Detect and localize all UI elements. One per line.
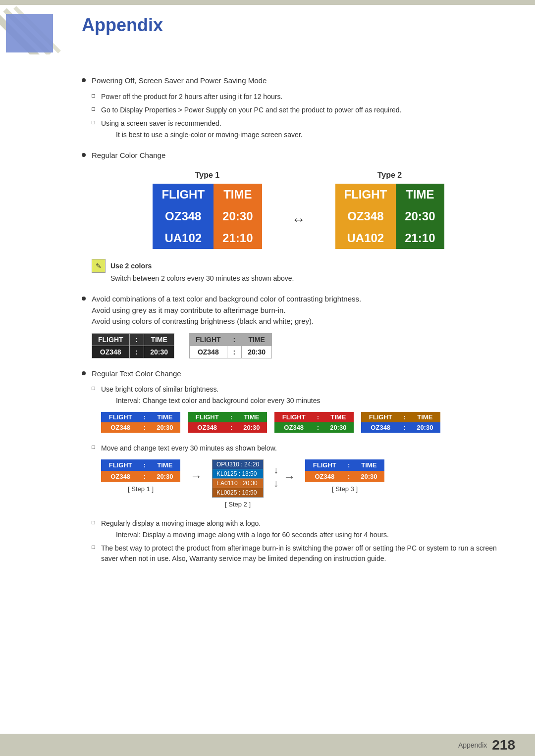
- table-row: FLIGHT : TIME: [188, 412, 267, 422]
- type2-time-header: TIME: [396, 184, 444, 205]
- step1-table: FLIGHT : TIME OZ348 : 20:30: [101, 459, 180, 482]
- footer-page-number: 218: [492, 737, 515, 753]
- bullet-text-3b: Avoid using grey as it may contribute to…: [92, 305, 361, 316]
- sub-square: [92, 546, 95, 549]
- bw-table-1: FLIGHT : TIME OZ348 : 20:30: [92, 333, 174, 358]
- step3-oz: OZ348: [305, 471, 344, 482]
- ct2-time: TIME: [236, 412, 267, 422]
- bw2-time: TIME: [242, 333, 272, 346]
- down-arrow-1-icon: ↓: [273, 464, 278, 476]
- main-content: Powering Off, Screen Saver and Power Sav…: [82, 75, 515, 564]
- step3-colon: :: [344, 459, 354, 471]
- ct2-colon: :: [226, 412, 236, 422]
- ct2-oz: OZ348: [188, 422, 226, 433]
- sub-item-1-3: Using a screen saver is recommended. It …: [92, 118, 515, 140]
- bw1-time: TIME: [144, 333, 174, 346]
- bw1-colon: :: [129, 333, 144, 346]
- step2-row1: OPU310 : 24:20: [213, 460, 264, 469]
- type2-label: Type 2: [377, 171, 402, 180]
- step1-oz-time: 20:30: [150, 471, 180, 482]
- colored-table-2: FLIGHT : TIME OZ348 : 20:30: [188, 412, 267, 433]
- type2-box: Type 2 FLIGHT TIME OZ348 20:30 UA102 21:: [335, 171, 444, 249]
- type1-ua-time: 21:10: [214, 227, 262, 249]
- bullet-text-4: Regular Text Color Change: [92, 368, 181, 380]
- bw-table-2: FLIGHT : TIME OZ348 : 20:30: [189, 333, 272, 358]
- footer-label: Appendix: [458, 741, 487, 749]
- bullet-text-1: Powering Off, Screen Saver and Power Sav…: [92, 75, 267, 87]
- sub-item-4-3: Regularly display a moving image along w…: [92, 518, 515, 540]
- bullet-section-3: Avoid combinations of a text color and b…: [82, 294, 515, 358]
- ct1-flight: FLIGHT: [101, 412, 140, 422]
- table-row: OZ348 : 20:30: [274, 422, 354, 433]
- step2-row3: EA0110 : 20:30: [213, 479, 264, 488]
- note-label: Use 2 colors: [110, 259, 294, 271]
- step2-box: OPU310 : 24:20 KL0125 : 13:50 EA0110 : 2…: [212, 459, 264, 508]
- ct2-flight: FLIGHT: [188, 412, 226, 422]
- colored-table-4: FLIGHT : TIME OZ348 : 20:30: [361, 412, 440, 433]
- table-row: OZ348 : 20:30: [361, 422, 440, 433]
- type1-ua-label: UA102: [153, 227, 214, 249]
- header-bar: [0, 0, 535, 5]
- table-row: FLIGHT : TIME: [92, 333, 174, 346]
- bullet-text-2: Regular Color Change: [92, 150, 165, 161]
- type1-oz-label: OZ348: [153, 205, 214, 227]
- table-row: FLIGHT TIME: [335, 184, 444, 205]
- ct3-flight: FLIGHT: [274, 412, 313, 422]
- table-row: FLIGHT : TIME: [101, 459, 180, 471]
- sub-square: [92, 94, 95, 98]
- arrow-container: ↔: [292, 171, 306, 249]
- types-container: Type 1 FLIGHT TIME OZ348 20:30 UA102 21:: [82, 171, 515, 249]
- ct3-time: TIME: [323, 412, 354, 422]
- sub-list-4: Use bright colors of similar brightness.…: [92, 384, 515, 564]
- step2-row4: KL0025 : 16:50: [213, 488, 264, 498]
- step3-label: [ Step 3 ]: [332, 485, 358, 493]
- step1-time: TIME: [150, 459, 180, 471]
- ct1-time: TIME: [150, 412, 180, 422]
- step1-label: [ Step 1 ]: [128, 485, 154, 493]
- ct3-oz-time: 20:30: [323, 422, 354, 433]
- bw2-oz-time: 20:30: [242, 346, 272, 358]
- sub-item-4-1: Use bright colors of similar brightness.…: [92, 384, 515, 440]
- table-row: OZ348 : 20:30: [92, 346, 174, 358]
- bw2-colon: :: [227, 333, 242, 346]
- ct3-oz-colon: :: [313, 422, 322, 433]
- bw2-oz: OZ348: [190, 346, 227, 358]
- step3-table: FLIGHT : TIME OZ348 : 20:30: [305, 459, 384, 482]
- bw1-oz-time: 20:30: [144, 346, 174, 358]
- step1-oz-colon: :: [140, 471, 149, 482]
- down-arrow-2-icon: ↓: [273, 478, 278, 489]
- table-row: KL0025 : 16:50: [213, 488, 264, 498]
- sub-list-1: Power off the product for 2 hours after …: [92, 92, 515, 140]
- bullet-text-3a: Avoid combinations of a text color and b…: [92, 294, 361, 305]
- bullet-item-1: Powering Off, Screen Saver and Power Sav…: [82, 75, 515, 87]
- sub-text-4-2: Move and change text every 30 minutes as…: [101, 443, 384, 454]
- diagonal-decoration: [0, 5, 79, 54]
- bullet-item-3: Avoid combinations of a text color and b…: [82, 294, 515, 327]
- sub-item-4-2: Move and change text every 30 minutes as…: [92, 443, 515, 515]
- bullet-dot-1: [82, 78, 86, 82]
- ct1-oz: OZ348: [101, 422, 140, 433]
- sub-square: [92, 107, 95, 111]
- type2-ua-time: 21:10: [396, 227, 444, 249]
- table-row: UA102 21:10: [335, 227, 444, 249]
- table-row: FLIGHT : TIME: [190, 333, 272, 346]
- sub-text-1-3b: It is best to use a single-color or movi…: [116, 130, 303, 140]
- sub-text-4-4: The best way to protect the product from…: [101, 543, 515, 564]
- table-row: OZ348 : 20:30: [101, 422, 180, 433]
- sub-text-1-3: Using a screen saver is recommended.: [101, 118, 303, 129]
- note-icon: ✎: [92, 259, 106, 273]
- table-row: KL0125 : 13:50: [213, 469, 264, 479]
- step1-oz: OZ348: [101, 471, 140, 482]
- type2-oz-label: OZ348: [335, 205, 396, 227]
- type1-box: Type 1 FLIGHT TIME OZ348 20:30 UA102 21:: [153, 171, 262, 249]
- bw2-flight: FLIGHT: [190, 333, 227, 346]
- table-row: OZ348 : 20:30: [190, 346, 272, 358]
- bullet-item-2: Regular Color Change: [82, 150, 515, 161]
- step3-flight: FLIGHT: [305, 459, 344, 471]
- ct4-oz-time: 20:30: [410, 422, 440, 433]
- type2-ua-label: UA102: [335, 227, 396, 249]
- page-title: Appendix: [82, 15, 163, 35]
- step3-oz-colon: :: [344, 471, 354, 482]
- bw1-oz-colon: :: [129, 346, 144, 358]
- ct2-oz-colon: :: [226, 422, 236, 433]
